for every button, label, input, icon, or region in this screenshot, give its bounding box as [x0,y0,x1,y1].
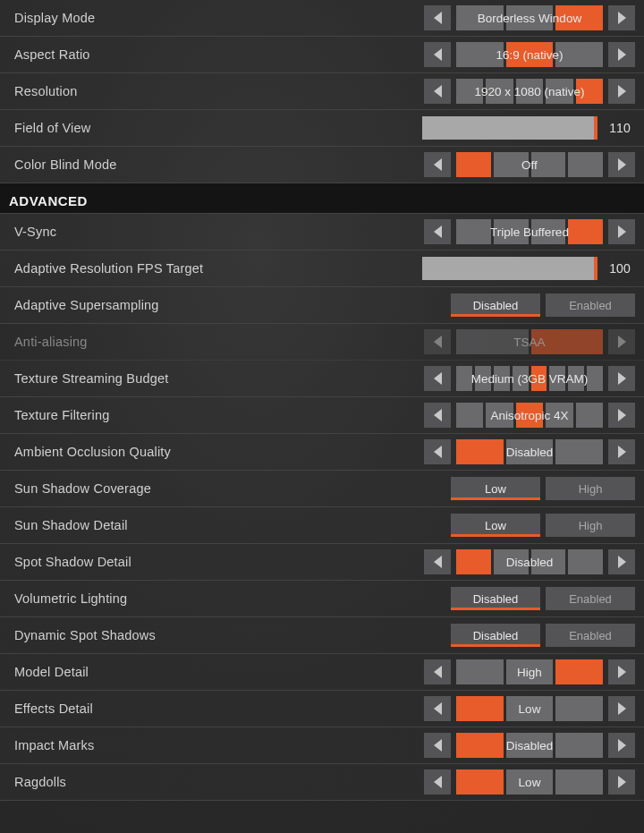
texture-streaming-value-label: Medium (3GB VRAM) [471,372,589,386]
sun-shadow-coverage-option-high[interactable]: High [546,477,635,500]
ragdolls-prev-button[interactable] [424,769,451,795]
effects-detail-prev-button[interactable] [424,696,451,721]
display-mode-next-button[interactable] [608,5,635,30]
texture-filtering-value-box[interactable]: Anisotropic 4X [456,403,603,428]
model-detail-value-box[interactable]: High [456,659,603,684]
volumetric-lighting-option-enabled[interactable]: Enabled [546,587,635,610]
aspect-ratio-value-box[interactable]: 16:9 (native) [456,42,603,67]
setting-row-sun-shadow-coverage: Sun Shadow CoverageLowHigh [0,471,644,507]
svg-marker-12 [434,372,442,385]
anti-aliasing-controls: TSAA [424,329,635,354]
model-detail-next-button[interactable] [608,659,635,684]
sun-shadow-coverage-option-low[interactable]: Low [451,477,540,500]
impact-marks-label: Impact Marks [14,738,424,752]
adaptive-supersampling-label: Adaptive Supersampling [14,298,451,312]
ambient-occlusion-value-box[interactable]: Disabled [456,439,603,464]
svg-marker-23 [618,702,626,715]
volumetric-lighting-option-disabled[interactable]: Disabled [451,587,540,610]
field-of-view-label: Field of View [14,121,422,135]
svg-marker-5 [618,85,626,98]
spot-shadow-detail-prev-button[interactable] [424,549,451,574]
ambient-occlusion-controls: Disabled [424,439,635,464]
field-of-view-slider[interactable] [422,116,597,140]
resolution-next-button[interactable] [608,79,635,104]
impact-marks-value-label: Disabled [506,739,554,752]
impact-marks-prev-button[interactable] [424,733,451,758]
segment-indicator [456,733,504,758]
setting-row-ragdolls: RagdollsLow [0,764,644,801]
volumetric-lighting-label: Volumetric Lighting [14,591,451,606]
ambient-occlusion-prev-button[interactable] [424,439,451,464]
resolution-label: Resolution [14,84,424,98]
impact-marks-value-box[interactable]: Disabled [456,733,603,758]
color-blind-mode-prev-button[interactable] [424,152,451,177]
impact-marks-next-button[interactable] [608,733,635,758]
dynamic-spot-shadows-option-enabled[interactable]: Enabled [546,624,635,647]
vsync-value-box[interactable]: Triple Buffered [456,219,603,244]
ambient-occlusion-value-label: Disabled [506,446,554,459]
svg-marker-9 [618,225,626,238]
resolution-value-box[interactable]: 1920 x 1080 (native) [456,79,603,104]
setting-row-adaptive-res-fps: Adaptive Resolution FPS Target100 [0,251,644,287]
texture-filtering-next-button[interactable] [608,403,635,428]
spot-shadow-detail-next-button[interactable] [608,549,635,574]
vsync-next-button[interactable] [608,219,635,244]
aspect-ratio-next-button[interactable] [608,42,635,67]
color-blind-mode-next-button[interactable] [608,152,635,177]
setting-row-sun-shadow-detail: Sun Shadow DetailLowHigh [0,507,644,544]
texture-streaming-prev-button[interactable] [424,366,451,391]
sun-shadow-detail-option-high[interactable]: High [546,514,635,537]
dynamic-spot-shadows-option-disabled[interactable]: Disabled [451,624,540,647]
sun-shadow-detail-option-low[interactable]: Low [451,514,540,537]
texture-streaming-label: Texture Streaming Budget [14,371,424,386]
segment-indicator [568,549,603,574]
adaptive-supersampling-controls: DisabledEnabled [451,293,635,317]
dynamic-spot-shadows-label: Dynamic Spot Shadows [14,628,451,642]
display-mode-value-label: Borderless Window [478,12,581,25]
setting-row-impact-marks: Impact MarksDisabled [0,727,644,764]
display-mode-value-box[interactable]: Borderless Window [456,5,603,30]
spot-shadow-detail-value-box[interactable]: Disabled [456,549,603,574]
anti-aliasing-prev-button[interactable] [424,329,451,354]
adaptive-res-fps-slider[interactable] [422,257,597,280]
model-detail-prev-button[interactable] [424,659,451,684]
adaptive-res-fps-controls: 100 [422,257,635,280]
svg-marker-15 [618,409,626,421]
segment-indicator [587,366,603,391]
sun-shadow-coverage-label: Sun Shadow Coverage [14,481,451,496]
slider-fill [594,257,597,280]
segment-indicator [555,696,603,721]
slider-fill [594,116,597,140]
svg-marker-11 [618,336,626,348]
texture-filtering-prev-button[interactable] [424,403,451,428]
resolution-prev-button[interactable] [424,79,451,104]
color-blind-mode-value-box[interactable]: Off [456,152,603,177]
model-detail-controls: High [424,659,635,684]
segment-indicator [456,549,491,574]
setting-row-texture-filtering: Texture FilteringAnisotropic 4X [0,397,644,434]
svg-marker-7 [618,158,626,171]
aspect-ratio-prev-button[interactable] [424,42,451,67]
svg-marker-21 [618,666,626,678]
vsync-prev-button[interactable] [424,219,451,244]
texture-streaming-next-button[interactable] [608,366,635,391]
svg-marker-0 [434,12,442,24]
field-of-view-controls: 110 [422,116,635,140]
segment-indicator [576,403,603,428]
svg-marker-24 [434,739,442,752]
adaptive-supersampling-option-enabled[interactable]: Enabled [546,293,635,317]
svg-marker-4 [434,85,442,98]
effects-detail-next-button[interactable] [608,696,635,721]
ambient-occlusion-next-button[interactable] [608,439,635,464]
texture-streaming-value-box[interactable]: Medium (3GB VRAM) [456,366,603,391]
segment-indicator [456,403,483,428]
sun-shadow-coverage-controls: LowHigh [451,477,635,500]
effects-detail-value-box[interactable]: Low [456,696,603,721]
display-mode-prev-button[interactable] [424,5,451,30]
ragdolls-next-button[interactable] [608,769,635,795]
anti-aliasing-value-box[interactable]: TSAA [456,329,603,354]
adaptive-supersampling-option-disabled[interactable]: Disabled [451,293,540,317]
ragdolls-value-box[interactable]: Low [456,769,603,795]
effects-detail-controls: Low [424,696,635,721]
anti-aliasing-next-button[interactable] [608,329,635,354]
